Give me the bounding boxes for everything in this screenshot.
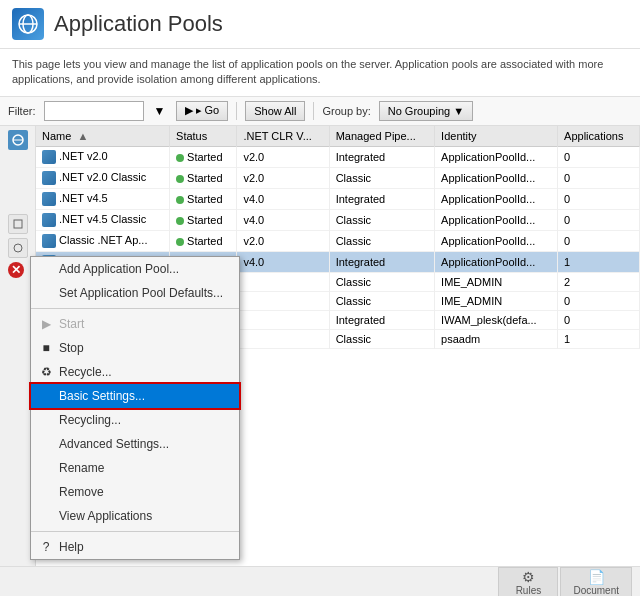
cell-apps: 0 bbox=[558, 231, 640, 252]
app-pool-icon bbox=[42, 192, 56, 206]
application-pools-window: Application Pools This page lets you vie… bbox=[0, 0, 640, 596]
cell-pipeline: Classic bbox=[329, 210, 434, 231]
context-menu-label-advanced-settings: Advanced Settings... bbox=[59, 437, 169, 451]
context-menu-item-recycle[interactable]: ♻Recycle... bbox=[31, 360, 239, 384]
cell-pipeline: Integrated bbox=[329, 188, 434, 209]
cell-identity: psaadm bbox=[435, 330, 558, 349]
status-dot bbox=[176, 238, 184, 246]
cell-identity: ApplicationPoolId... bbox=[435, 167, 558, 188]
bottom-bar: ⚙ Rules 📄 Document bbox=[0, 566, 640, 596]
table-row[interactable]: .NET v4.5Startedv4.0IntegratedApplicatio… bbox=[36, 188, 640, 209]
cell-status: Started bbox=[170, 188, 237, 209]
cell-status: Started bbox=[170, 146, 237, 167]
cell-status: Started bbox=[170, 167, 237, 188]
tab-rules[interactable]: ⚙ Rules bbox=[498, 567, 558, 596]
cell-pipeline: Integrated bbox=[329, 311, 434, 330]
svg-point-6 bbox=[14, 244, 22, 252]
rules-icon: ⚙ bbox=[522, 569, 535, 585]
context-menu-item-view-applications[interactable]: View Applications bbox=[31, 504, 239, 528]
col-pipeline[interactable]: Managed Pipe... bbox=[329, 126, 434, 147]
context-menu-label-remove: Remove bbox=[59, 485, 104, 499]
app-icon bbox=[12, 8, 44, 40]
col-clr[interactable]: .NET CLR V... bbox=[237, 126, 329, 147]
title-bar: Application Pools bbox=[0, 0, 640, 49]
cell-clr: v2.0 bbox=[237, 231, 329, 252]
toolbar: Filter: ▼ ▶ ▸ Go Show All Group by: No G… bbox=[0, 97, 640, 126]
context-menu-label-recycle: Recycle... bbox=[59, 365, 112, 379]
context-menu-icon-stop: ■ bbox=[39, 341, 53, 355]
cell-identity: ApplicationPoolId... bbox=[435, 252, 558, 273]
cell-apps: 0 bbox=[558, 167, 640, 188]
app-pool-icon bbox=[42, 171, 56, 185]
show-all-button[interactable]: Show All bbox=[245, 101, 305, 121]
context-menu-label-set-defaults: Set Application Pool Defaults... bbox=[59, 286, 223, 300]
page-description: This page lets you view and manage the l… bbox=[0, 49, 640, 97]
svg-rect-5 bbox=[14, 220, 22, 228]
context-menu-item-rename[interactable]: Rename bbox=[31, 456, 239, 480]
context-menu-item-remove[interactable]: Remove bbox=[31, 480, 239, 504]
table-row[interactable]: .NET v2.0Startedv2.0IntegratedApplicatio… bbox=[36, 146, 640, 167]
context-menu-item-recycling[interactable]: Recycling... bbox=[31, 408, 239, 432]
cell-clr: v4.0 bbox=[237, 252, 329, 273]
cell-identity: ApplicationPoolId... bbox=[435, 146, 558, 167]
sidebar-icon-error: ✕ bbox=[8, 262, 28, 282]
cell-name: .NET v4.5 Classic bbox=[36, 210, 170, 231]
filter-input[interactable] bbox=[44, 101, 144, 121]
status-dot bbox=[176, 196, 184, 204]
context-menu-icon-help: ? bbox=[39, 540, 53, 554]
cell-identity: IME_ADMIN bbox=[435, 292, 558, 311]
context-menu-icon-start: ▶ bbox=[39, 317, 53, 331]
cell-apps: 0 bbox=[558, 146, 640, 167]
page-title: Application Pools bbox=[54, 11, 223, 37]
cell-pipeline: Classic bbox=[329, 167, 434, 188]
sidebar-icon-2 bbox=[8, 214, 28, 234]
context-menu-item-set-defaults[interactable]: Set Application Pool Defaults... bbox=[31, 281, 239, 305]
group-by-label: Group by: bbox=[322, 105, 370, 117]
context-menu-item-stop[interactable]: ■Stop bbox=[31, 336, 239, 360]
sidebar-icon-3 bbox=[8, 238, 28, 258]
col-name[interactable]: Name ▲ bbox=[36, 126, 170, 147]
context-menu-item-add-pool[interactable]: Add Application Pool... bbox=[31, 257, 239, 281]
cell-clr bbox=[237, 311, 329, 330]
context-menu-icon-recycle: ♻ bbox=[39, 365, 53, 379]
cell-pipeline: Integrated bbox=[329, 252, 434, 273]
col-identity[interactable]: Identity bbox=[435, 126, 558, 147]
table-row[interactable]: .NET v4.5 ClassicStartedv4.0ClassicAppli… bbox=[36, 210, 640, 231]
context-menu-label-view-applications: View Applications bbox=[59, 509, 152, 523]
filter-label: Filter: bbox=[8, 105, 36, 117]
status-dot bbox=[176, 154, 184, 162]
cell-clr bbox=[237, 273, 329, 292]
cell-name: .NET v2.0 bbox=[36, 146, 170, 167]
cell-apps: 0 bbox=[558, 210, 640, 231]
context-menu-item-advanced-settings[interactable]: Advanced Settings... bbox=[31, 432, 239, 456]
cell-pipeline: Classic bbox=[329, 292, 434, 311]
cell-status: Started bbox=[170, 210, 237, 231]
app-pool-icon bbox=[42, 150, 56, 164]
context-menu-label-stop: Stop bbox=[59, 341, 84, 355]
table-row[interactable]: .NET v2.0 ClassicStartedv2.0ClassicAppli… bbox=[36, 167, 640, 188]
cell-identity: IWAM_plesk(defa... bbox=[435, 311, 558, 330]
context-menu-separator bbox=[31, 531, 239, 532]
col-status[interactable]: Status bbox=[170, 126, 237, 147]
cell-apps: 1 bbox=[558, 330, 640, 349]
cell-identity: ApplicationPoolId... bbox=[435, 210, 558, 231]
table-row[interactable]: Classic .NET Ap...Startedv2.0ClassicAppl… bbox=[36, 231, 640, 252]
group-by-button[interactable]: No Grouping ▼ bbox=[379, 101, 473, 121]
tab-document[interactable]: 📄 Document bbox=[560, 567, 632, 596]
cell-clr: v4.0 bbox=[237, 188, 329, 209]
filter-dropdown-icon[interactable]: ▼ bbox=[152, 103, 168, 119]
context-menu-label-add-pool: Add Application Pool... bbox=[59, 262, 179, 276]
col-apps[interactable]: Applications bbox=[558, 126, 640, 147]
app-pool-icon bbox=[42, 213, 56, 227]
context-menu-label-start: Start bbox=[59, 317, 84, 331]
cell-clr bbox=[237, 292, 329, 311]
app-pool-icon bbox=[42, 234, 56, 248]
context-menu-item-basic-settings[interactable]: Basic Settings... bbox=[31, 384, 239, 408]
context-menu-item-help[interactable]: ?Help bbox=[31, 535, 239, 559]
cell-pipeline: Classic bbox=[329, 273, 434, 292]
cell-apps: 2 bbox=[558, 273, 640, 292]
context-menu-separator bbox=[31, 308, 239, 309]
cell-apps: 0 bbox=[558, 188, 640, 209]
go-button[interactable]: ▶ ▸ Go bbox=[176, 101, 229, 121]
cell-name: .NET v4.5 bbox=[36, 188, 170, 209]
